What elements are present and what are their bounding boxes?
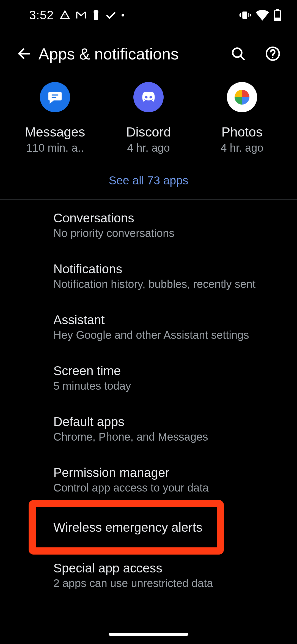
help-button[interactable]: [260, 40, 286, 67]
svg-text:!: !: [64, 13, 66, 18]
setting-subtitle: Control app access to your data: [53, 482, 280, 494]
lock-icon: [92, 9, 100, 21]
svg-rect-11: [275, 18, 280, 21]
svg-rect-7: [248, 13, 249, 17]
setting-title: Screen time: [53, 363, 280, 378]
svg-line-14: [240, 56, 244, 59]
wifi-icon: [256, 10, 269, 21]
arrow-left-icon: [16, 46, 32, 61]
setting-notifications[interactable]: Notifications Notification history, bubb…: [0, 250, 297, 301]
nav-bar: [0, 625, 297, 644]
setting-permission-manager[interactable]: Permission manager Control app access to…: [0, 454, 297, 505]
setting-subtitle: Notification history, bubbles, recently …: [53, 278, 280, 290]
setting-title: Conversations: [53, 211, 280, 225]
recent-app-photos[interactable]: Photos 4 hr. ago: [201, 82, 283, 154]
svg-rect-4: [242, 12, 247, 19]
recent-app-discord[interactable]: Discord 4 hr. ago: [107, 82, 190, 154]
settings-list: Conversations No priority conversations …: [0, 200, 297, 601]
dot-icon: [122, 14, 124, 17]
status-time: 3:52: [29, 8, 54, 22]
setting-subtitle: No priority conversations: [53, 227, 280, 239]
setting-subtitle: Chrome, Phone, and Messages: [53, 431, 280, 443]
svg-point-16: [272, 57, 274, 58]
discord-app-icon: [133, 82, 164, 112]
svg-rect-17: [52, 94, 58, 95]
setting-subtitle: 2 apps can use unrestricted data: [53, 577, 280, 590]
recent-app-name: Messages: [25, 124, 85, 140]
nav-pill[interactable]: [109, 633, 188, 636]
svg-rect-18: [52, 97, 56, 98]
see-all-apps-label: See all 73 apps: [109, 174, 188, 187]
setting-title: Special app access: [53, 561, 280, 575]
setting-subtitle: 5 minutes today: [53, 380, 280, 392]
recent-app-name: Discord: [126, 124, 171, 140]
vibrate-icon: [239, 10, 251, 20]
battery-icon: [274, 9, 281, 21]
setting-title: Default apps: [53, 414, 280, 429]
search-icon: [230, 46, 246, 61]
recent-app-messages[interactable]: Messages 110 min. a..: [14, 82, 96, 154]
drive-icon: !: [59, 10, 70, 21]
setting-default-apps[interactable]: Default apps Chrome, Phone, and Messages: [0, 403, 297, 454]
app-bar: Apps & notifications: [0, 30, 297, 77]
setting-subtitle: Hey Google and other Assistant settings: [53, 329, 280, 341]
check-icon: [105, 9, 117, 21]
see-all-apps[interactable]: See all 73 apps: [0, 162, 297, 199]
svg-rect-6: [239, 14, 240, 17]
messages-app-icon: [40, 82, 70, 112]
recent-app-time: 4 hr. ago: [221, 142, 263, 154]
recent-apps-row: Messages 110 min. a.. Discord 4 hr. ago …: [0, 77, 297, 162]
svg-rect-3: [94, 13, 98, 20]
search-button[interactable]: [225, 40, 251, 67]
page-title: Apps & notifications: [37, 45, 225, 63]
recent-app-name: Photos: [221, 124, 262, 140]
recent-app-time: 4 hr. ago: [127, 142, 170, 154]
photos-app-icon: [227, 82, 257, 112]
setting-title: Wireless emergency alerts: [53, 520, 280, 535]
setting-special-app-access[interactable]: Special app access 2 apps can use unrest…: [0, 550, 297, 601]
svg-rect-8: [250, 14, 251, 17]
svg-rect-5: [240, 13, 241, 17]
setting-title: Assistant: [53, 312, 280, 327]
recent-app-time: 110 min. a..: [26, 142, 84, 154]
setting-conversations[interactable]: Conversations No priority conversations: [0, 200, 297, 250]
svg-point-19: [145, 96, 147, 98]
help-icon: [265, 46, 280, 61]
setting-title: Notifications: [53, 261, 280, 276]
status-bar: 3:52 !: [0, 0, 297, 30]
setting-title: Permission manager: [53, 465, 280, 480]
gmail-icon: [75, 9, 87, 21]
svg-point-20: [149, 96, 152, 98]
back-button[interactable]: [11, 40, 37, 67]
setting-wireless-emergency-alerts[interactable]: Wireless emergency alerts: [0, 505, 297, 550]
setting-screen-time[interactable]: Screen time 5 minutes today: [0, 352, 297, 403]
setting-assistant[interactable]: Assistant Hey Google and other Assistant…: [0, 301, 297, 352]
